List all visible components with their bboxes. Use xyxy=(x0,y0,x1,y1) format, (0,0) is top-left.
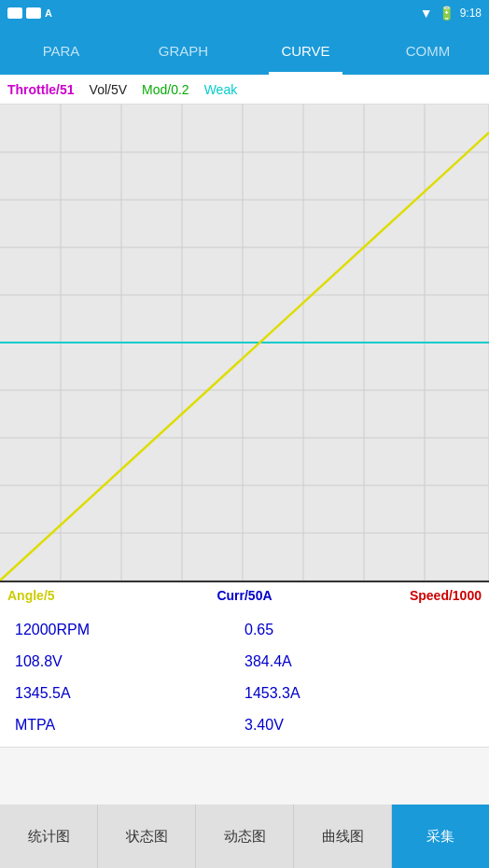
time-display: 9:18 xyxy=(460,7,482,20)
label-vol: Vol/5V xyxy=(90,82,127,97)
data-current: 1345.5A xyxy=(15,681,244,706)
status-right-icons: ▼ 🔋 9:18 xyxy=(420,6,482,21)
data-voltage: 108.8V xyxy=(15,650,244,674)
wifi-icon: ▼ xyxy=(420,6,433,21)
data-rpm: 12000RPM xyxy=(15,618,244,642)
chart-area[interactable] xyxy=(0,105,489,581)
chart-labels-row: Throttle/51 Vol/5V Mod/0.2 Weak xyxy=(0,75,489,105)
label-throttle: Throttle/51 xyxy=(7,82,75,97)
label-weak: Weak xyxy=(204,82,238,97)
data-section: 12000RPM 0.65 108.8V 384.4A 1345.5A 1453… xyxy=(0,609,489,748)
btn-stats[interactable]: 统计图 xyxy=(0,805,98,868)
btn-dynamic[interactable]: 动态图 xyxy=(196,805,294,868)
tab-comm[interactable]: COMM xyxy=(367,26,489,75)
bottom-bar: 统计图 状态图 动态图 曲线图 采集 xyxy=(0,805,489,868)
status-letter: A xyxy=(45,7,52,19)
data-mtpa: MTPA xyxy=(15,713,244,737)
status-left-icons: A xyxy=(7,7,52,19)
axis-labels-row: Angle/5 Curr/50A Speed/1000 xyxy=(0,581,489,609)
axis-angle: Angle/5 xyxy=(7,588,165,603)
btn-status[interactable]: 状态图 xyxy=(98,805,196,868)
data-val2: 384.4A xyxy=(244,650,474,674)
btn-curve[interactable]: 曲线图 xyxy=(294,805,392,868)
tab-para[interactable]: PARA xyxy=(0,26,122,75)
data-val4: 3.40V xyxy=(244,713,474,737)
data-val3: 1453.3A xyxy=(244,681,474,706)
axis-speed: Speed/1000 xyxy=(324,588,482,603)
label-mod: Mod/0.2 xyxy=(142,82,189,97)
chart-svg xyxy=(0,105,489,581)
data-val1: 0.65 xyxy=(244,618,474,642)
tab-curve[interactable]: CURVE xyxy=(244,26,367,75)
tab-bar: PARA GRAPH CURVE COMM xyxy=(0,26,489,75)
status-icon-2 xyxy=(26,7,41,19)
battery-icon: 🔋 xyxy=(439,6,454,21)
status-icon-1 xyxy=(7,7,22,19)
tab-graph[interactable]: GRAPH xyxy=(122,26,244,75)
btn-collect[interactable]: 采集 xyxy=(392,805,489,868)
axis-curr: Curr/50A xyxy=(165,588,323,603)
status-bar: A ▼ 🔋 9:18 xyxy=(0,0,489,26)
